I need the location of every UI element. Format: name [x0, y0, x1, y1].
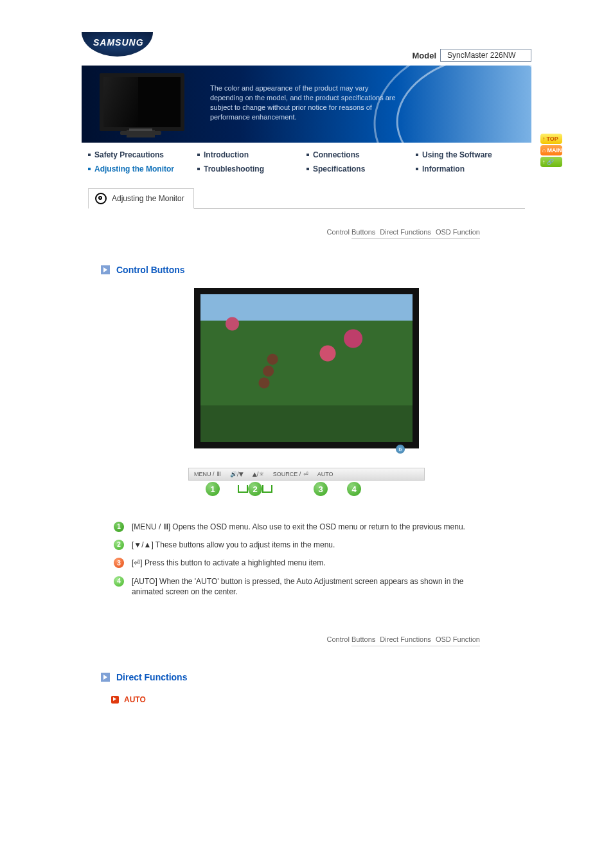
control-descriptions: 1 [MENU / Ⅲ] Opens the OSD menu. Also us…	[114, 522, 493, 597]
anchor-direct-functions[interactable]: Direct Functions	[380, 228, 431, 236]
callout-4: 4	[347, 482, 361, 496]
nav-connections[interactable]: Connections	[306, 150, 416, 159]
product-monitor-image	[100, 73, 184, 131]
source-label: SOURCE /	[273, 471, 301, 477]
section-direct-functions-head: Direct Functions	[101, 672, 531, 682]
desc-item-4: 4 [AUTO] When the 'AUTO' button is press…	[114, 576, 493, 597]
desc-num-3: 3	[114, 558, 124, 568]
model-selector: Model SyncMaster 226NW	[412, 49, 531, 62]
nav-software[interactable]: Using the Software	[416, 150, 525, 159]
desc-item-3: 3 [⏎] Press this button to activate a hi…	[114, 558, 493, 568]
home-icon: ⌂	[542, 147, 546, 154]
monitor-button-bar: MENU / Ⅲ 🔊/▼ ▲/☼ SOURCE / ⏎ AUTO	[188, 468, 425, 481]
model-value-field[interactable]: SyncMaster 226NW	[440, 49, 531, 62]
nav-specifications[interactable]: Specifications	[306, 164, 416, 173]
nav-troubleshooting[interactable]: Troubleshooting	[197, 164, 306, 173]
top-label: TOP	[547, 136, 558, 142]
desc-text-1: [MENU / Ⅲ] Opens the OSD menu. Also use …	[132, 522, 465, 532]
nav-safety[interactable]: Safety Precautions	[88, 150, 197, 159]
link-button[interactable]: ↑ 🔗	[540, 157, 562, 167]
bracket-right	[262, 485, 272, 493]
section-title: Control Buttons	[116, 265, 185, 275]
main-label: MAIN	[547, 147, 562, 154]
btn-menu: MENU / Ⅲ	[194, 471, 221, 477]
anchor-underline	[351, 238, 480, 239]
desc-num-4: 4	[114, 576, 124, 587]
menu-icon: Ⅲ	[217, 471, 221, 477]
monitor-stand	[129, 128, 152, 131]
goto-main-button[interactable]: ⌂ MAIN	[540, 145, 562, 155]
nav-information[interactable]: Information	[416, 164, 525, 173]
anchor-direct-functions-2[interactable]: Direct Functions	[380, 635, 431, 643]
up-bright-icon: ▲/☼	[253, 471, 264, 477]
menu-label: MENU /	[194, 471, 215, 477]
desc-text-3: [⏎] Press this button to activate a high…	[132, 558, 326, 568]
power-led: b	[396, 445, 405, 454]
anchor-links-row: Control Buttons Direct Functions OSD Fun…	[82, 228, 480, 236]
monitor-bezel: b	[194, 288, 419, 448]
btn-auto: AUTO	[317, 471, 333, 477]
desc-item-1: 1 [MENU / Ⅲ] Opens the OSD menu. Also us…	[114, 522, 493, 532]
bracket-left	[238, 485, 248, 493]
speaker-down-icon: 🔊/▼	[230, 471, 244, 477]
monitor-screenshot: b	[194, 288, 419, 448]
goto-top-button[interactable]: ↑ TOP	[540, 134, 562, 144]
desc-item-2: 2 [▼/▲] These buttons allow you to adjus…	[114, 540, 493, 550]
auto-label: AUTO	[317, 471, 333, 477]
desc-text-2: [▼/▲] These buttons allow you to adjust …	[132, 540, 335, 550]
nav-introduction[interactable]: Introduction	[197, 150, 306, 159]
arrow-up-icon: ↑	[542, 159, 546, 165]
sub-bullet-icon	[111, 696, 119, 704]
section-control-buttons-head: Control Buttons	[101, 265, 531, 275]
callout-3: 3	[314, 482, 328, 496]
enter-icon: ⏎	[303, 471, 308, 477]
anchor-underline-2	[351, 646, 480, 646]
hero-banner: The color and appearance of the product …	[82, 66, 531, 143]
section-bullet-icon	[101, 265, 110, 274]
anchor-osd-function[interactable]: OSD Function	[436, 228, 480, 236]
tab-adjusting-monitor[interactable]: Adjusting the Monitor	[88, 188, 194, 209]
desc-num-2: 2	[114, 540, 124, 550]
tab-label: Adjusting the Monitor	[112, 194, 184, 203]
section-bullet-icon-2	[101, 673, 110, 682]
subhead-auto: AUTO	[111, 695, 531, 704]
main-nav: Safety Precautions Introduction Connecti…	[82, 143, 531, 184]
side-quick-buttons: ↑ TOP ⌂ MAIN ↑ 🔗	[540, 134, 562, 167]
button-number-callouts: 1 2 3 4	[189, 482, 424, 496]
nav-adjusting[interactable]: Adjusting the Monitor	[88, 164, 197, 173]
sub-title-auto: AUTO	[124, 695, 146, 704]
model-label: Model	[412, 51, 436, 60]
brand-logo: SAMSUNG	[82, 32, 153, 57]
anchor-control-buttons[interactable]: Control Buttons	[326, 228, 375, 236]
btn-up: ▲/☼	[253, 471, 264, 477]
section-title-2: Direct Functions	[116, 672, 187, 682]
btn-source: SOURCE / ⏎	[273, 471, 308, 477]
monitor-display-image: b	[200, 294, 413, 442]
anchor-control-buttons-2[interactable]: Control Buttons	[326, 635, 375, 643]
link-icon: 🔗	[547, 159, 554, 165]
callout-1: 1	[206, 482, 220, 496]
btn-down: 🔊/▼	[230, 471, 244, 477]
tab-bar: Adjusting the Monitor	[88, 188, 525, 209]
desc-text-4: [AUTO] When the 'AUTO' button is pressed…	[132, 576, 493, 597]
tab-icon	[95, 193, 107, 204]
callout-2: 2	[248, 482, 262, 496]
desc-num-1: 1	[114, 522, 124, 532]
anchor-links-row-2: Control Buttons Direct Functions OSD Fun…	[82, 635, 480, 643]
anchor-osd-function-2[interactable]: OSD Function	[436, 635, 480, 643]
arrow-up-icon: ↑	[542, 136, 546, 142]
